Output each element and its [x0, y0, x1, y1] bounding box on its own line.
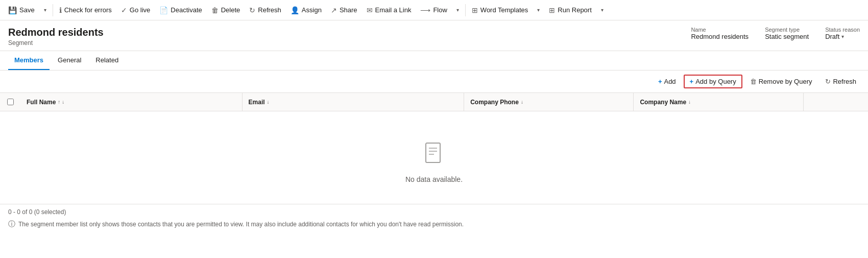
- tab-general[interactable]: General: [52, 51, 87, 70]
- delete-button[interactable]: 🗑 Delete: [207, 4, 245, 16]
- check-errors-icon: ℹ: [59, 6, 62, 14]
- assign-icon: 👤: [291, 6, 299, 14]
- page-title: Redmond residents: [8, 27, 104, 38]
- status-reason-dropdown-icon[interactable]: ▾: [841, 34, 844, 39]
- th-company-name[interactable]: Company Name ↓: [634, 93, 803, 111]
- tab-members[interactable]: Members: [8, 51, 50, 70]
- meta-name: Name Redmond residents: [691, 27, 749, 40]
- refresh-content-button[interactable]: ↻ Refresh: [819, 75, 862, 88]
- save-button[interactable]: 💾 Save: [4, 4, 39, 16]
- meta-status-reason: Status reason Draft ▾: [825, 27, 860, 40]
- flow-button[interactable]: ⟶ Flow: [416, 4, 451, 16]
- remove-by-query-icon: 🗑: [750, 78, 757, 85]
- th-email[interactable]: Email ↓: [243, 93, 465, 111]
- run-report-dropdown-arrow-icon: ▾: [601, 7, 604, 13]
- share-button[interactable]: ↗ Share: [327, 4, 361, 16]
- add-by-query-icon: +: [690, 78, 694, 85]
- add-button[interactable]: + Add: [653, 75, 682, 88]
- table-checkbox-header[interactable]: [0, 99, 20, 105]
- content: + Add + Add by Query 🗑 Remove by Query ↻…: [0, 71, 868, 233]
- th-full-name-sort-icon: ↑ ↓: [58, 99, 64, 105]
- tabs: Members General Related: [0, 51, 868, 71]
- th-email-sort-icon: ↓: [267, 99, 270, 105]
- go-live-icon: ✓: [121, 6, 127, 14]
- deactivate-button[interactable]: 📄 Deactivate: [155, 4, 206, 16]
- flow-icon: ⟶: [420, 6, 430, 14]
- info-text: The segment member list only shows those…: [18, 221, 464, 228]
- th-company-phone-sort-icon: ↓: [521, 99, 523, 105]
- assign-button[interactable]: 👤 Assign: [286, 4, 326, 16]
- remove-by-query-button[interactable]: 🗑 Remove by Query: [744, 75, 818, 88]
- run-report-icon: ⊞: [549, 6, 555, 14]
- share-icon: ↗: [331, 6, 337, 14]
- record-count: 0 - 0 of 0 (0 selected): [8, 208, 860, 216]
- save-dropdown-arrow-icon: ▾: [44, 7, 46, 13]
- refresh-toolbar-icon: ↻: [249, 6, 255, 14]
- empty-state: No data available.: [0, 111, 868, 204]
- email-link-icon: ✉: [367, 6, 373, 14]
- th-company-phone[interactable]: Company Phone ↓: [464, 93, 634, 111]
- deactivate-icon: 📄: [159, 6, 168, 14]
- save-icon: 💾: [8, 6, 17, 14]
- th-last: [804, 93, 868, 111]
- table-header: Full Name ↑ ↓ Email ↓ Company Phone ↓ Co…: [0, 93, 868, 111]
- go-live-button[interactable]: ✓ Go live: [117, 4, 154, 16]
- word-templates-dropdown-button[interactable]: ▾: [533, 5, 544, 15]
- table-footer: 0 - 0 of 0 (0 selected) ⓘ The segment me…: [0, 204, 868, 233]
- word-templates-dropdown-arrow-icon: ▾: [537, 7, 540, 13]
- select-all-checkbox[interactable]: [7, 99, 14, 105]
- divider-2: [465, 4, 466, 16]
- flow-dropdown-arrow-icon: ▾: [456, 7, 459, 13]
- run-report-dropdown-button[interactable]: ▾: [597, 5, 608, 15]
- run-report-button[interactable]: ⊞ Run Report: [545, 4, 595, 16]
- word-templates-button[interactable]: ⊞ Word Templates: [468, 4, 532, 16]
- page-meta: Name Redmond residents Segment type Stat…: [691, 27, 860, 40]
- email-link-button[interactable]: ✉ Email a Link: [363, 4, 416, 16]
- divider-1: [53, 4, 53, 16]
- word-templates-icon: ⊞: [472, 6, 478, 14]
- tab-related[interactable]: Related: [89, 51, 125, 70]
- check-errors-button[interactable]: ℹ Check for errors: [55, 4, 116, 16]
- table-info-row: ⓘ The segment member list only shows tho…: [8, 220, 860, 229]
- page-subtitle: Segment: [8, 39, 104, 46]
- page-header: Redmond residents Segment Name Redmond r…: [0, 20, 868, 51]
- info-icon: ⓘ: [8, 220, 15, 229]
- meta-segment-type: Segment type Static segment: [765, 27, 809, 40]
- flow-dropdown-button[interactable]: ▾: [452, 5, 463, 15]
- page-title-section: Redmond residents Segment: [8, 27, 104, 46]
- th-full-name[interactable]: Full Name ↑ ↓: [20, 93, 243, 111]
- toolbar: 💾 Save ▾ ℹ Check for errors ✓ Go live 📄 …: [0, 0, 868, 20]
- th-company-name-sort-icon: ↓: [688, 99, 691, 105]
- save-dropdown-button[interactable]: ▾: [40, 5, 51, 15]
- content-action-bar: + Add + Add by Query 🗑 Remove by Query ↻…: [0, 71, 868, 93]
- empty-state-icon: [424, 142, 444, 169]
- add-icon: +: [658, 78, 662, 85]
- refresh-content-icon: ↻: [825, 78, 831, 85]
- delete-icon: 🗑: [211, 6, 219, 14]
- empty-state-text: No data available.: [405, 175, 463, 183]
- svg-rect-0: [426, 143, 440, 162]
- add-by-query-button[interactable]: + Add by Query: [684, 75, 742, 88]
- refresh-toolbar-button[interactable]: ↻ Refresh: [245, 4, 285, 16]
